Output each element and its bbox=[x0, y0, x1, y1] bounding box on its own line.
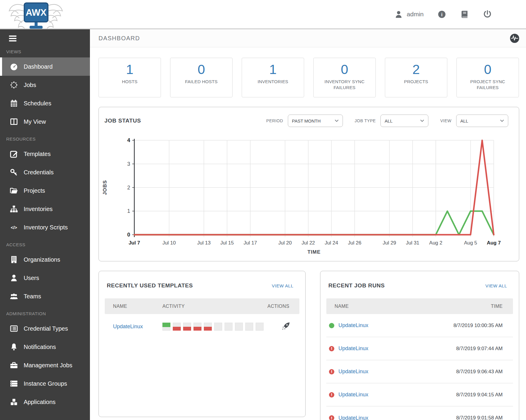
job-run-name-link[interactable]: UpdateLinux bbox=[338, 345, 368, 352]
sidebar-item-management-jobs[interactable]: Management Jobs bbox=[0, 356, 90, 374]
svg-text:i: i bbox=[441, 12, 443, 17]
svg-text:1: 1 bbox=[127, 208, 130, 214]
job-run-name-link[interactable]: UpdateLinux bbox=[338, 368, 368, 375]
table-row: !UpdateLinux8/7/2019 9:07:44 AM bbox=[326, 337, 513, 360]
svg-text:4: 4 bbox=[127, 137, 130, 143]
sidebar-item-projects[interactable]: Projects bbox=[0, 181, 90, 200]
section-label-administration: ADMINISTRATION bbox=[0, 305, 90, 319]
menu-hamburger-icon[interactable] bbox=[8, 34, 18, 44]
svg-text:Jul 22: Jul 22 bbox=[301, 240, 315, 246]
job-run-name-link[interactable]: UpdateLinux bbox=[338, 322, 368, 329]
job-run-name-cell: !UpdateLinux bbox=[326, 392, 368, 398]
sidebar-section-administration: ADMINISTRATIONCredential TypesNotificati… bbox=[0, 305, 90, 411]
sidebar-item-credential-types[interactable]: Credential Types bbox=[0, 319, 90, 338]
activity-cell-none bbox=[225, 323, 233, 331]
launch-rocket-icon[interactable] bbox=[281, 321, 299, 332]
page-header-bar: DASHBOARD bbox=[90, 29, 526, 47]
sidebar-item-instance-groups[interactable]: Instance Groups bbox=[0, 374, 90, 393]
awx-dashboard-screen: AWX admin i VIEWSDashboardJobsSchedulesM… bbox=[0, 0, 526, 420]
svg-text:2: 2 bbox=[127, 185, 130, 191]
sidebar-item-label: Dashboard bbox=[24, 63, 53, 70]
job-run-name-link[interactable]: UpdateLinux bbox=[338, 415, 368, 420]
activity-stream-icon[interactable] bbox=[510, 33, 519, 43]
table-row: !UpdateLinux8/7/2019 9:04:15 AM bbox=[326, 383, 513, 406]
view-select[interactable]: ALL bbox=[456, 115, 508, 127]
template-name-link[interactable]: UpdateLinux bbox=[105, 324, 162, 330]
job-run-time: 8/7/2019 10:00:35 AM bbox=[454, 323, 513, 329]
sidebar-item-inventory-scripts[interactable]: </>Inventory Scripts bbox=[0, 218, 90, 236]
selected-value: ALL bbox=[460, 118, 468, 123]
sidebar-item-dashboard[interactable]: Dashboard bbox=[0, 57, 90, 76]
recently-used-templates-panel: RECENTLY USED TEMPLATES VIEW ALL NAMEACT… bbox=[99, 271, 306, 417]
recent-job-runs-panel: RECENT JOB RUNS VIEW ALL NAMETIME Update… bbox=[320, 271, 519, 420]
chevron-down-icon bbox=[497, 118, 504, 123]
templates-table-rows: UpdateLinux bbox=[99, 314, 305, 339]
sidebar-item-organizations[interactable]: Organizations bbox=[0, 250, 90, 269]
info-circle-icon[interactable]: i bbox=[437, 10, 446, 19]
summary-card-inventories[interactable]: 1INVENTORIES bbox=[242, 58, 304, 97]
job-runs-column-name: NAME bbox=[326, 304, 491, 309]
cubes-icon bbox=[9, 398, 19, 406]
sidebar-item-applications[interactable]: Applications bbox=[0, 393, 90, 411]
user-icon bbox=[394, 10, 403, 19]
period-select[interactable]: PAST MONTH bbox=[288, 115, 343, 127]
job-runs-view-all-link[interactable]: VIEW ALL bbox=[485, 283, 507, 288]
section-label-views: VIEWS bbox=[0, 44, 90, 57]
sidebar-item-users[interactable]: Users bbox=[0, 269, 90, 287]
svg-text:Jul 10: Jul 10 bbox=[162, 240, 176, 246]
sidebar-item-inventories[interactable]: Inventories bbox=[0, 200, 90, 218]
sidebar-item-label: Jobs bbox=[24, 82, 36, 88]
activity-cell-none bbox=[256, 323, 264, 331]
pencil-square-icon bbox=[9, 149, 19, 158]
power-icon[interactable] bbox=[483, 10, 492, 19]
summary-card-hosts[interactable]: 1HOSTS bbox=[99, 58, 161, 97]
sidebar-item-my-view[interactable]: My View bbox=[0, 112, 90, 131]
sidebar-item-teams[interactable]: Teams bbox=[0, 287, 90, 305]
summary-card-project-sync-failures[interactable]: 0PROJECT SYNC FAILURES bbox=[456, 58, 519, 97]
sidebar-item-label: Organizations bbox=[24, 256, 60, 263]
svg-text:TIME: TIME bbox=[307, 249, 321, 255]
sidebar-item-label: Templates bbox=[24, 151, 51, 157]
templates-table-header: NAMEACTIVITYACTIONS bbox=[105, 298, 299, 314]
templates-column-name: NAME bbox=[105, 304, 162, 309]
control-label-view: VIEW bbox=[440, 118, 451, 123]
templates-view-all-link[interactable]: VIEW ALL bbox=[272, 283, 293, 288]
job-run-name-link[interactable]: UpdateLinux bbox=[338, 392, 368, 398]
sidebar-item-credentials[interactable]: Credentials bbox=[0, 163, 90, 181]
bell-icon bbox=[9, 342, 19, 351]
toolbox-icon bbox=[9, 361, 19, 370]
awx-logo[interactable]: AWX bbox=[8, 1, 64, 34]
job-run-time: 8/7/2019 9:06:43 AM bbox=[456, 369, 513, 375]
svg-text:Jul 20: Jul 20 bbox=[278, 240, 292, 246]
sidebar-item-templates[interactable]: Templates bbox=[0, 145, 90, 163]
sidebar-item-schedules[interactable]: Schedules bbox=[0, 94, 90, 112]
sidebar-item-label: Management Jobs bbox=[24, 362, 72, 369]
calendar-icon bbox=[9, 99, 19, 108]
columns-icon bbox=[9, 117, 19, 126]
section-label-access: ACCESS bbox=[0, 236, 90, 250]
summary-card-label: HOSTS bbox=[99, 79, 161, 85]
summary-card-projects[interactable]: 2PROJECTS bbox=[385, 58, 447, 97]
svg-text:Jul 26: Jul 26 bbox=[348, 240, 361, 246]
sidebar-item-notifications[interactable]: Notifications bbox=[0, 338, 90, 356]
user-menu[interactable]: admin bbox=[394, 10, 424, 19]
job-run-time: 8/7/2019 9:07:44 AM bbox=[456, 346, 513, 352]
section-label-resources: RESOURCES bbox=[0, 131, 90, 145]
sidebar-item-label: Inventory Scripts bbox=[24, 224, 68, 231]
status-failed-icon: ! bbox=[329, 369, 334, 374]
sidebar-section-resources: RESOURCESTemplatesCredentialsProjectsInv… bbox=[0, 131, 90, 236]
activity-cell-failed bbox=[204, 323, 212, 331]
summary-card-failed-hosts[interactable]: 0FAILED HOSTS bbox=[170, 58, 233, 97]
summary-card-value: 1 bbox=[99, 62, 161, 77]
sidebar-item-label: Notifications bbox=[24, 344, 56, 350]
sidebar-item-jobs[interactable]: Jobs bbox=[0, 76, 90, 94]
list-icon bbox=[9, 324, 19, 333]
job-type-select[interactable]: ALL bbox=[380, 115, 428, 127]
template-activity-sparkline[interactable] bbox=[162, 323, 281, 331]
svg-text:Aug 2: Aug 2 bbox=[429, 240, 442, 246]
sidebar-item-label: Projects bbox=[24, 187, 45, 194]
book-icon[interactable] bbox=[460, 10, 469, 19]
sidebar-item-label: Instance Groups bbox=[24, 380, 67, 387]
summary-card-inventory-sync-failures[interactable]: 0INVENTORY SYNC FAILURES bbox=[313, 58, 376, 97]
gauge-icon bbox=[9, 62, 19, 71]
